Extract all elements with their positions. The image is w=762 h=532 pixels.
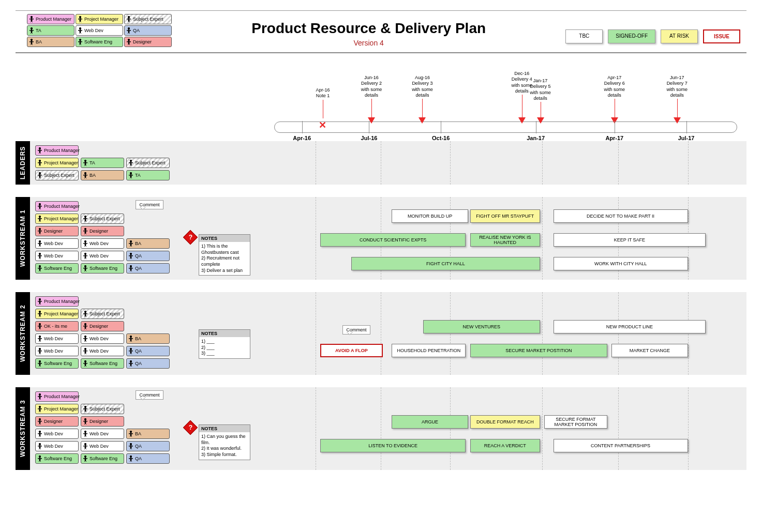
role-software-eng: Software Eng <box>81 263 124 273</box>
role-web-dev: Web Dev <box>81 441 124 451</box>
gridline <box>618 141 619 185</box>
lane-label: WORKSTREAM 1 <box>16 197 30 280</box>
gridline <box>450 387 451 470</box>
milestone-caption: Jan-17Delivery 5with somedetails <box>520 78 561 101</box>
timeline-bar: NEW PRODUCT LINE <box>554 320 706 333</box>
role-subject-expert: Subject Expert <box>81 309 124 319</box>
gridline <box>381 292 381 375</box>
role-web-dev: Web Dev <box>35 238 79 249</box>
lane-label: WORKSTREAM 2 <box>16 292 30 375</box>
role-ok---its-me: OK - its me <box>35 321 79 331</box>
legend-role-subject-expert: Subject Expert <box>124 14 172 24</box>
status-tbc: TBC <box>565 29 603 43</box>
role-designer: Designer <box>81 226 124 236</box>
role-web-dev: Web Dev <box>35 346 79 356</box>
gridline <box>381 141 381 185</box>
notes-box: NOTES1) This is the Ghostbusters cast2) … <box>199 234 250 276</box>
lane-workstream-1: WORKSTREAM 1Product ManagerProject Manag… <box>16 197 746 280</box>
milestone-stem <box>615 99 615 118</box>
timeline-bar: DOUBLE FORMAT REACH <box>470 415 540 429</box>
axis-label: Apr-17 <box>605 135 623 141</box>
role-designer: Designer <box>35 416 79 427</box>
role-web-dev: Web Dev <box>81 251 124 261</box>
role-ba: BA <box>126 429 170 439</box>
gridline <box>381 387 381 470</box>
role-project-manager: Project Manager <box>35 214 79 224</box>
axis-label: Oct-16 <box>432 135 450 141</box>
timeline-axis <box>274 121 737 133</box>
axis-label: Jul-16 <box>361 135 378 141</box>
role-software-eng: Software Eng <box>81 453 124 464</box>
lane-body: Product ManagerProject ManagerSubject Ex… <box>30 292 746 375</box>
role-qa: QA <box>126 251 170 261</box>
gridline <box>688 141 689 185</box>
timeline-bar: NEW VENTURES <box>423 320 540 333</box>
milestone-stem <box>371 99 372 118</box>
axis-tick <box>615 121 615 133</box>
timeline-bar: MONITOR BUILD UP <box>392 209 468 223</box>
legend-role-qa: QA <box>124 25 172 36</box>
milestone-arrow-icon <box>537 117 544 127</box>
role-ta: TA <box>81 158 124 168</box>
notes-body: 1) This is the Ghostbusters cast2) Recru… <box>199 242 250 275</box>
role-web-dev: Web Dev <box>81 333 124 344</box>
notes-title: NOTES <box>199 425 250 432</box>
role-project-manager: Project Manager <box>35 404 79 414</box>
timeline-bar: HOUSEHOLD PENETRATION <box>392 344 466 357</box>
page-title: Product Resource & Delivery Plan <box>172 20 565 37</box>
milestone-arrow-icon <box>419 117 426 127</box>
timeline-bar: WORK WITH CITY HALL <box>554 257 688 270</box>
comment-bubble: Comment <box>136 200 163 209</box>
axis-tick <box>536 121 536 133</box>
role-subject-expert: Subject Expert <box>81 214 124 224</box>
role-software-eng: Software Eng <box>35 358 79 369</box>
legend-role-software-eng: Software Eng <box>76 37 123 47</box>
role-software-eng: Software Eng <box>35 263 79 273</box>
timeline-bar: REACH A VERDICT <box>470 439 540 452</box>
lane-body: Product ManagerProject ManagerSubject Ex… <box>30 387 746 470</box>
lane-workstream-3: WORKSTREAM 3Product ManagerProject Manag… <box>16 387 746 470</box>
timeline-bar: REALISE NEW YORK IS HAUNTED <box>470 233 540 247</box>
legend-role-ba: BA <box>27 37 74 47</box>
role-ba: BA <box>81 170 124 180</box>
milestone-x-icon: ✕ <box>319 119 326 131</box>
timeline-bar: SECURE FORMAT MARKET POSITION <box>544 415 607 429</box>
timeline-bar: FIGHT CITY HALL <box>351 257 540 270</box>
milestone-arrow-icon <box>518 117 526 127</box>
milestone-arrow-icon <box>674 117 681 127</box>
role-software-eng: Software Eng <box>35 453 79 464</box>
axis-tick <box>441 121 441 133</box>
role-legend: Product ManagerProject ManagerSubject Ex… <box>27 14 172 47</box>
axis-label: Apr-16 <box>293 135 311 141</box>
axis-label: Jan-17 <box>527 135 545 141</box>
legend-role-web-dev: Web Dev <box>76 25 123 36</box>
gridline <box>316 292 316 375</box>
status-legend: TBCSIGNED-OFFAT RISKISSUE <box>565 29 740 43</box>
gridline <box>450 292 451 375</box>
axis-tick <box>686 121 687 133</box>
role-qa: QA <box>126 263 170 273</box>
role-qa: QA <box>126 346 170 356</box>
role-qa: QA <box>126 453 170 464</box>
gridline <box>618 387 619 470</box>
role-ta: TA <box>126 170 170 180</box>
milestone-header: Apr-16Note 1✕Jun-16Delivery 2with somede… <box>274 69 737 141</box>
gridline <box>316 141 316 185</box>
lane-label: WORKSTREAM 3 <box>16 387 30 470</box>
axis-tick <box>302 121 303 133</box>
axis-tick <box>369 121 369 133</box>
status-green: SIGNED-OFF <box>608 29 655 43</box>
milestone-stem <box>422 99 423 118</box>
timeline-bar: SECURE MARKET POSTITION <box>470 344 607 357</box>
legend-role-product-manager: Product Manager <box>27 14 74 24</box>
legend-role-designer: Designer <box>124 37 172 47</box>
gridline <box>688 292 689 375</box>
milestone-stem <box>541 102 541 118</box>
role-product-manager: Product Manager <box>35 145 79 156</box>
lane-leaders: LEADERSProduct ManagerProject ManagerTAS… <box>16 141 746 185</box>
lane-body: Product ManagerProject ManagerSubject Ex… <box>30 197 746 280</box>
role-subject-expert: Subject Expert <box>81 404 124 414</box>
role-designer: Designer <box>81 416 124 427</box>
notes-title: NOTES <box>199 235 250 242</box>
role-web-dev: Web Dev <box>35 251 79 261</box>
